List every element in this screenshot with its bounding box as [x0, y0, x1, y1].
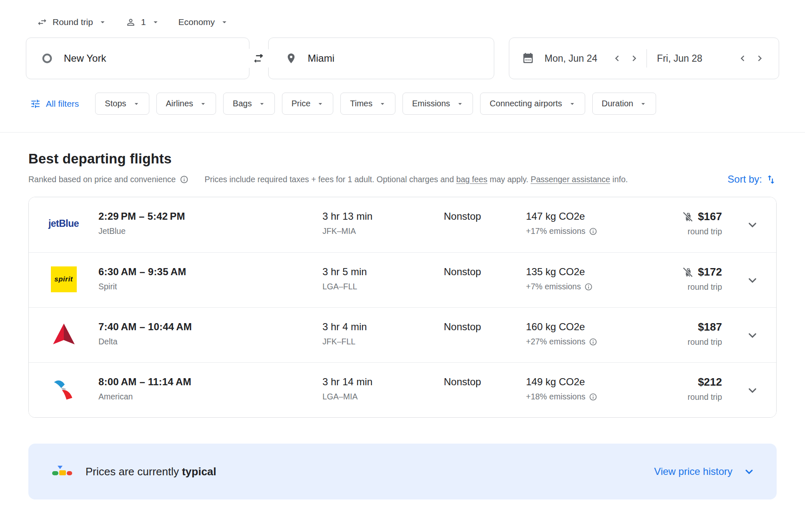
swap-horizontal-icon — [37, 17, 48, 28]
calendar-icon — [522, 52, 534, 65]
expand-flight-button[interactable] — [742, 214, 763, 236]
flight-duration: 3 hr 5 min — [322, 266, 444, 278]
chevron-down-icon — [746, 329, 759, 341]
trip-options-bar: Round trip 1 Economy — [0, 0, 805, 28]
return-date: Fri, Jun 28 — [657, 53, 702, 64]
location-pin-icon — [285, 53, 297, 64]
flight-route: JFK–FLL — [322, 337, 444, 346]
sort-arrows-icon — [765, 174, 777, 185]
airline-name: Spirit — [98, 282, 322, 291]
disclaimer-text: info. — [610, 175, 628, 184]
filter-pill-airlines[interactable]: Airlines — [156, 93, 216, 115]
chevron-down-icon — [316, 100, 325, 108]
ranking-note: Ranked based on price and convenience — [28, 175, 176, 184]
info-icon[interactable] — [589, 338, 597, 346]
return-date-prev-button[interactable] — [735, 50, 751, 67]
no-carry-on-bag-icon — [682, 211, 694, 223]
flight-row-spirit[interactable]: spirit 6:30 AM – 9:35 AM Spirit 3 hr 5 m… — [29, 252, 776, 307]
flight-emissions: +17% emissions — [526, 226, 586, 236]
flight-co2: 147 kg CO2e — [526, 210, 664, 223]
pill-label: Bags — [233, 99, 252, 108]
price-note: round trip — [664, 282, 722, 292]
disclaimer-text: Prices include required taxes + fees for… — [204, 175, 456, 184]
chevron-right-icon — [755, 53, 765, 63]
filter-pill-connecting-airports[interactable]: Connecting airports — [480, 93, 585, 115]
flight-row-delta[interactable]: 7:40 AM – 10:44 AM Delta 3 hr 4 min JFK–… — [29, 307, 776, 362]
filter-pill-price[interactable]: Price — [282, 93, 334, 115]
destination-field[interactable]: Miami — [268, 38, 495, 79]
date-divider — [647, 49, 647, 68]
airline-name: JetBlue — [98, 226, 322, 236]
expand-flight-button[interactable] — [742, 270, 763, 292]
no-carry-on-bag-icon — [682, 266, 694, 278]
chevron-down-icon — [151, 18, 160, 27]
person-icon — [126, 17, 136, 28]
trip-type-select[interactable]: Round trip — [37, 17, 107, 28]
departure-date-prev-button[interactable] — [609, 50, 626, 67]
chevron-down-icon — [639, 100, 647, 108]
pill-label: Times — [350, 99, 372, 108]
search-fields-row: New York Miami Mon, Jun 24 Fri, Jun 28 — [26, 38, 779, 79]
flight-duration: 3 hr 13 min — [322, 210, 444, 223]
origin-field[interactable]: New York — [26, 38, 249, 79]
disclaimer-text: may apply. — [487, 175, 531, 184]
expand-flight-button[interactable] — [742, 380, 763, 402]
flight-stops: Nonstop — [444, 210, 526, 223]
info-icon[interactable] — [180, 175, 189, 184]
chevron-left-icon — [612, 53, 622, 63]
flight-route: LGA–MIA — [322, 392, 444, 402]
flight-times: 7:40 AM – 10:44 AM — [98, 321, 322, 333]
info-icon[interactable] — [589, 393, 597, 401]
price-note: round trip — [664, 227, 722, 236]
filter-pill-emissions[interactable]: Emissions — [402, 93, 473, 115]
pill-label: Price — [292, 99, 311, 108]
flight-row-american[interactable]: 8:00 AM – 11:14 AM American 3 hr 14 min … — [29, 362, 776, 417]
origin-value: New York — [64, 53, 106, 64]
flight-emissions: +7% emissions — [526, 282, 581, 291]
dates-field[interactable]: Mon, Jun 24 Fri, Jun 28 — [509, 38, 779, 79]
return-date-next-button[interactable] — [751, 50, 768, 67]
jetblue-logo: jetBlue — [48, 211, 79, 236]
swap-origin-destination-button[interactable] — [245, 45, 272, 72]
flight-emissions: +18% emissions — [526, 392, 586, 402]
filter-pill-bags[interactable]: Bags — [223, 93, 275, 115]
view-price-history-button[interactable]: View price history — [654, 466, 755, 477]
all-filters-label: All filters — [46, 99, 79, 109]
passengers-select[interactable]: 1 — [126, 17, 160, 28]
destination-value: Miami — [308, 53, 335, 64]
flight-times: 2:29 PM – 5:42 PM — [98, 210, 322, 223]
flight-times: 6:30 AM – 9:35 AM — [98, 266, 322, 278]
expand-flight-button[interactable] — [742, 325, 763, 347]
price-message-prefix: Prices are currently — [86, 465, 182, 478]
flight-co2: 135 kg CO2e — [526, 266, 664, 278]
chevron-down-icon — [568, 100, 576, 108]
chevron-down-icon — [220, 18, 229, 27]
american-airlines-logo — [50, 376, 77, 403]
pill-label: Airlines — [166, 99, 194, 108]
chevron-down-icon — [258, 100, 266, 108]
flight-row-jetblue[interactable]: jetBlue 2:29 PM – 5:42 PM JetBlue 3 hr 1… — [29, 197, 776, 252]
spirit-logo: spirit — [51, 266, 77, 292]
pill-label: Duration — [602, 99, 634, 108]
filter-pill-times[interactable]: Times — [340, 93, 395, 115]
filter-pill-stops[interactable]: Stops — [95, 93, 149, 115]
sort-by-button[interactable]: Sort by: — [727, 173, 777, 185]
bag-fees-link[interactable]: bag fees — [456, 175, 488, 184]
departure-date-next-button[interactable] — [626, 50, 642, 67]
price-note: round trip — [664, 337, 722, 347]
info-icon[interactable] — [589, 227, 597, 236]
cabin-class-select[interactable]: Economy — [179, 17, 229, 27]
airline-name: Delta — [98, 337, 322, 346]
delta-logo — [51, 321, 77, 347]
section-divider — [0, 132, 805, 133]
filter-pill-duration[interactable]: Duration — [592, 93, 657, 115]
flight-route: JFK–MIA — [322, 226, 444, 236]
pill-label: Stops — [105, 99, 126, 108]
passenger-assistance-link[interactable]: Passenger assistance — [531, 175, 610, 184]
view-price-history-label: View price history — [654, 466, 732, 477]
info-icon[interactable] — [584, 283, 593, 291]
flight-emissions: +27% emissions — [526, 337, 586, 346]
chevron-down-icon — [746, 274, 759, 286]
flight-stops: Nonstop — [444, 321, 526, 333]
all-filters-button[interactable]: All filters — [30, 98, 79, 109]
